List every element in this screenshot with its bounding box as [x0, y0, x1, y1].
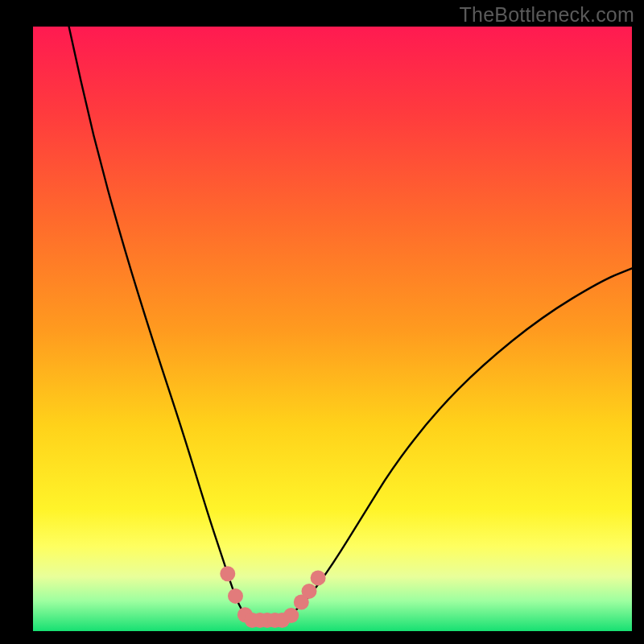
plot-gradient-area [33, 27, 632, 631]
chart-frame: TheBottleneck.com [0, 0, 644, 644]
watermark-text: TheBottleneck.com [460, 3, 634, 27]
